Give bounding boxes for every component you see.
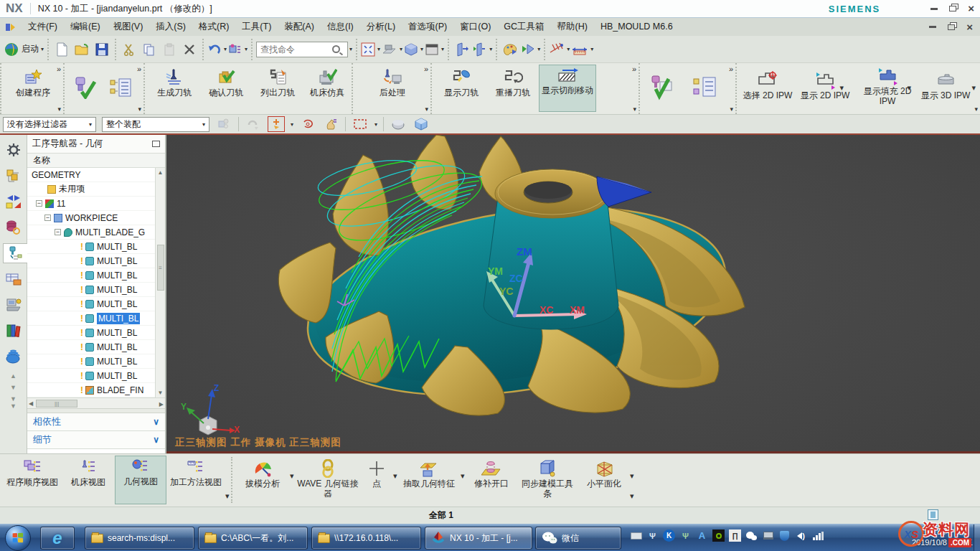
- tree-row-unused[interactable]: 未用项: [27, 182, 165, 197]
- sketch-view-button[interactable]: ▾: [382, 39, 402, 60]
- command-finder[interactable]: [256, 42, 348, 57]
- navigator-list-icon[interactable]: [109, 76, 132, 99]
- rectangle-select-icon[interactable]: [352, 116, 369, 132]
- render-style-icon[interactable]: [390, 116, 407, 132]
- search-input[interactable]: [260, 44, 332, 55]
- tree-row-operation[interactable]: !MULTI_BL: [27, 354, 165, 369]
- analysis-palette-button[interactable]: [501, 39, 519, 60]
- menu-view[interactable]: 视图(V): [107, 18, 150, 36]
- close-button[interactable]: ×: [968, 5, 974, 12]
- nvidia-tray-icon[interactable]: [712, 529, 725, 542]
- constraint-navigator-icon[interactable]: [4, 192, 24, 212]
- edit-section-button[interactable]: ▾: [473, 39, 492, 60]
- new-file-button[interactable]: [52, 39, 71, 60]
- scroll-right-arrow[interactable]: ▶: [159, 401, 164, 408]
- details-section[interactable]: 细节∨: [27, 431, 165, 449]
- replay-toolpath-button[interactable]: 重播刀轨: [487, 66, 539, 98]
- wave-geometry-linker-button[interactable]: WAVE 几何链接器: [297, 457, 359, 499]
- operation-list-icon[interactable]: [692, 75, 717, 100]
- ime-k-tray-icon[interactable]: K: [663, 529, 675, 542]
- group-dropdown[interactable]: ▾: [57, 105, 61, 113]
- folder-taskbar-button-1[interactable]: search-ms:displ...: [85, 527, 194, 550]
- panel-splitter[interactable]: [27, 408, 165, 413]
- display-mode-button[interactable]: ▾: [404, 39, 423, 60]
- patch-opening-button[interactable]: 修补开口: [466, 457, 517, 489]
- mdi-restore-button[interactable]: [948, 24, 955, 30]
- show-2d-ipw-dropdown[interactable]: ▾: [839, 83, 844, 93]
- mdi-minimize-button[interactable]: [929, 26, 936, 28]
- driver-a-tray-icon[interactable]: A: [696, 529, 708, 542]
- machine-navigator-icon[interactable]: [4, 269, 24, 289]
- tree-row-geometry[interactable]: GEOMETRY: [27, 168, 165, 182]
- verify-tool-icon[interactable]: [73, 76, 98, 99]
- menu-assemblies[interactable]: 装配(A): [278, 18, 321, 36]
- ie-taskbar-button[interactable]: e: [40, 527, 75, 550]
- menu-hb-mould[interactable]: HB_MOULD M6.6: [594, 18, 679, 36]
- tree-row-operation[interactable]: !MULTI_BL: [27, 326, 165, 340]
- folder-taskbar-button-2[interactable]: C:\ABC\一看。刘...: [198, 527, 308, 550]
- mdi-close-button[interactable]: ×: [966, 24, 973, 31]
- usb-safe-tray-icon[interactable]: Ψ: [679, 529, 692, 542]
- start-button[interactable]: [5, 525, 31, 551]
- menu-preferences[interactable]: 首选项(P): [402, 18, 453, 36]
- menu-gc-toolbox[interactable]: GC工具箱: [497, 18, 550, 36]
- selection-scope-dropdown[interactable]: 整个装配▾: [102, 117, 209, 132]
- tree-row-blade-finish[interactable]: !BLADE_FIN: [27, 383, 165, 397]
- column-header[interactable]: 名称: [27, 154, 165, 168]
- tree-row-operation[interactable]: !MULTI_BL: [27, 340, 165, 354]
- mill-check-icon[interactable]: [650, 75, 679, 100]
- assembly-tools-button[interactable]: ▾: [228, 39, 248, 60]
- clip-section-button[interactable]: [453, 39, 471, 60]
- assembly-select-icon[interactable]: [215, 116, 232, 132]
- machining-method-view-button[interactable]: 加工方法视图: [168, 457, 224, 487]
- dependencies-section[interactable]: 相依性∨: [27, 413, 165, 431]
- save-button[interactable]: [93, 39, 111, 60]
- usb-tray-icon[interactable]: Ψ: [646, 529, 659, 542]
- nx-taskbar-button[interactable]: NX 10 - 加工 - [j...: [425, 527, 532, 550]
- scroll-up-arrow[interactable]: ▲: [158, 169, 164, 176]
- reuse-library-icon[interactable]: [4, 321, 24, 341]
- snap-point-icon[interactable]: [268, 116, 285, 132]
- folder-taskbar-button-3[interactable]: \\172.16.0.118\...: [311, 527, 421, 550]
- tree-row-operation[interactable]: !MULTI_BL: [27, 268, 165, 283]
- delete-button[interactable]: [180, 39, 199, 60]
- menu-format[interactable]: 格式(R): [192, 18, 235, 36]
- facet-body-button[interactable]: 小平面化: [580, 457, 628, 489]
- geometry-view-button[interactable]: 几何视图: [115, 456, 166, 504]
- show-3d-ipw-dropdown[interactable]: ▾: [971, 83, 976, 93]
- generate-toolpath-button[interactable]: 生成刀轨: [149, 66, 200, 98]
- show-2d-ipw-button[interactable]: 显示 2D IPW: [796, 69, 854, 100]
- synchronous-modeling-button[interactable]: 同步建模工具条: [518, 457, 577, 499]
- simulate-machine-button[interactable]: 机床仿真: [301, 66, 353, 98]
- overflow-chevron[interactable]: »: [632, 65, 636, 73]
- undock-panel-button[interactable]: [152, 141, 160, 147]
- fit-view-button[interactable]: ▾: [361, 39, 380, 60]
- menu-tools[interactable]: 工具(T): [235, 18, 278, 36]
- measure-distance-button[interactable]: ▾: [571, 39, 593, 60]
- selection-filter-dropdown[interactable]: 没有选择过滤器▾: [3, 117, 96, 132]
- collapse-toggle[interactable]: −: [55, 229, 61, 235]
- tree-row-multiblade-geom[interactable]: −MULTI_BLADE_G: [27, 225, 165, 240]
- menu-analysis[interactable]: 分析(L): [360, 18, 402, 36]
- group-dropdown[interactable]: ▾: [730, 105, 733, 113]
- open-file-button[interactable]: [72, 39, 91, 60]
- scroll-left-arrow[interactable]: ◀: [29, 400, 33, 407]
- overflow-chevron[interactable]: »: [729, 65, 733, 73]
- tree-row-operation[interactable]: !MULTI_BL: [27, 283, 165, 297]
- graphics-window[interactable]: ZM ZC YM YC XC XM X Y Z 正三轴测图 工作 摄像机 正三轴…: [166, 135, 980, 453]
- tree-row-operation-selected[interactable]: !MULTI_BL: [27, 311, 165, 326]
- create-program-button[interactable]: 创建程序: [7, 66, 59, 98]
- horizontal-scrollbar[interactable]: ◀ ||| ▶: [27, 397, 165, 408]
- menu-window[interactable]: 窗口(O): [453, 18, 497, 36]
- network-tray-icon[interactable]: [811, 529, 824, 542]
- rectangle-select-dropdown[interactable]: ▾: [374, 121, 377, 128]
- show-toolpath-button[interactable]: 显示刀轨: [435, 66, 487, 98]
- toolbar-overflow-dropdown[interactable]: ▾: [630, 491, 978, 501]
- cut-button[interactable]: [120, 39, 138, 60]
- extract-geometry-button[interactable]: 抽取几何特征: [399, 457, 459, 489]
- menu-file[interactable]: 文件(F): [22, 18, 64, 36]
- status-window-icon[interactable]: [928, 509, 938, 520]
- part-navigator-icon[interactable]: [4, 217, 24, 237]
- tree-row-operation[interactable]: !MULTI_BL: [27, 297, 165, 311]
- point-button[interactable]: 点: [362, 457, 392, 489]
